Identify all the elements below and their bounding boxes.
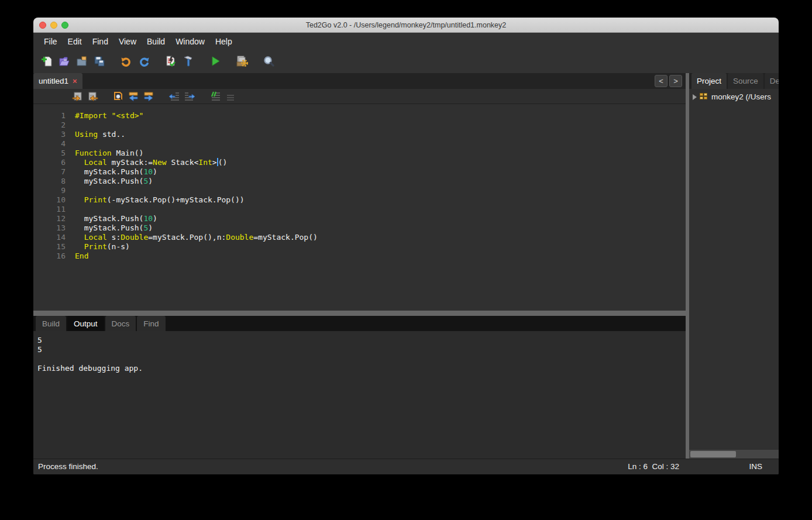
output-line: 5 bbox=[37, 345, 686, 354]
code-line[interactable]: 14 Local s:Double=myStack.Pop(),n:Double… bbox=[33, 233, 686, 242]
tab-nav-forward-button[interactable]: > bbox=[669, 75, 682, 87]
menu-file[interactable]: File bbox=[39, 35, 63, 49]
panel-tab-debug[interactable]: Debug bbox=[765, 73, 779, 89]
status-bar: Process finished. Ln : 6 Col : 32 INS bbox=[33, 459, 779, 474]
comment-icon[interactable] bbox=[208, 90, 223, 103]
line-number: 15 bbox=[33, 242, 66, 252]
expand-caret-icon[interactable] bbox=[693, 94, 697, 100]
run-icon[interactable] bbox=[207, 53, 224, 70]
code-line[interactable]: 16End bbox=[33, 252, 686, 261]
line-number: 10 bbox=[33, 195, 66, 205]
tab-nav-back-button[interactable]: < bbox=[655, 75, 668, 87]
side-panel-tabs: ProjectSourceDebug bbox=[689, 73, 779, 89]
build-settings-icon[interactable] bbox=[233, 53, 251, 70]
line-number: 4 bbox=[33, 139, 66, 149]
project-folder-icon[interactable] bbox=[73, 53, 91, 70]
panel-horizontal-scrollbar[interactable] bbox=[689, 450, 779, 459]
code-text: Print(-myStack.Pop()+myStack.Pop()) bbox=[66, 195, 245, 205]
app-window: Ted2Go v2.0 - /Users/legend/monkey2/tmp/… bbox=[33, 18, 779, 474]
code-text: End bbox=[66, 252, 88, 261]
code-line[interactable]: 2 bbox=[33, 120, 686, 130]
code-text bbox=[66, 120, 75, 130]
output-console[interactable]: 55Finished debugging app. bbox=[33, 331, 686, 459]
code-line[interactable]: 7 myStack.Push(10) bbox=[33, 167, 686, 177]
output-line: 5 bbox=[37, 336, 686, 345]
bottom-tab-find[interactable]: Find bbox=[137, 316, 165, 331]
bottom-tab-build[interactable]: Build bbox=[36, 316, 66, 331]
code-line[interactable]: 11 bbox=[33, 205, 686, 214]
code-text: Local s:Double=myStack.Pop(),n:Double=my… bbox=[66, 233, 318, 242]
nav-forward-code-icon[interactable] bbox=[141, 90, 156, 103]
menu-view[interactable]: View bbox=[113, 35, 142, 49]
code-line[interactable]: 8 myStack.Push(5) bbox=[33, 177, 686, 186]
code-line[interactable]: 1#Import "<std>" bbox=[33, 111, 686, 120]
code-line[interactable]: 6 Local myStack:=New Stack<Int>() bbox=[33, 158, 686, 167]
code-text: Print(n-s) bbox=[66, 242, 130, 252]
insert-mode-indicator: INS bbox=[749, 462, 762, 471]
code-text: #Import "<std>" bbox=[66, 111, 143, 120]
line-number: 14 bbox=[33, 233, 66, 242]
code-line[interactable]: 5Function Main() bbox=[33, 149, 686, 158]
undo-icon[interactable] bbox=[118, 53, 135, 70]
code-line[interactable]: 15 Print(n-s) bbox=[33, 242, 686, 252]
line-number: 1 bbox=[33, 111, 66, 120]
code-text bbox=[66, 186, 75, 195]
check-code-icon[interactable] bbox=[162, 53, 180, 70]
uncomment-icon[interactable] bbox=[223, 90, 238, 103]
panel-tab-source[interactable]: Source bbox=[728, 73, 763, 89]
file-tab-strip: untitled1 × < > bbox=[33, 73, 686, 89]
bottom-tab-strip: BuildOutputDocsFind bbox=[33, 316, 686, 331]
code-line[interactable]: 3Using std.. bbox=[33, 130, 686, 139]
tree-item-monkey2[interactable]: monkey2 (/Users bbox=[689, 89, 779, 101]
title-bar[interactable]: Ted2Go v2.0 - /Users/legend/monkey2/tmp/… bbox=[33, 18, 779, 33]
project-tree: monkey2 (/Users bbox=[689, 89, 779, 450]
line-number: 9 bbox=[33, 186, 66, 195]
shift-right-icon[interactable] bbox=[182, 90, 197, 103]
code-line[interactable]: 9 bbox=[33, 186, 686, 195]
code-line[interactable]: 10 Print(-myStack.Pop()+myStack.Pop()) bbox=[33, 195, 686, 205]
menu-build[interactable]: Build bbox=[142, 35, 170, 49]
line-number: 5 bbox=[33, 149, 66, 158]
line-number: 11 bbox=[33, 205, 66, 214]
code-text: myStack.Push(10) bbox=[66, 167, 157, 177]
bottom-tab-output[interactable]: Output bbox=[67, 316, 104, 331]
line-col-indicator: Ln : 6 Col : 32 bbox=[628, 462, 679, 471]
open-folder-icon[interactable] bbox=[56, 53, 73, 70]
code-text: myStack.Push(5) bbox=[66, 177, 153, 186]
tree-item-label: monkey2 (/Users bbox=[711, 92, 771, 101]
code-text bbox=[66, 139, 75, 149]
shift-left-icon[interactable] bbox=[167, 90, 182, 103]
window-title: Ted2Go v2.0 - /Users/legend/monkey2/tmp/… bbox=[33, 21, 779, 29]
scrollbar-thumb[interactable] bbox=[690, 451, 736, 457]
tab-untitled1[interactable]: untitled1 × bbox=[33, 73, 82, 89]
menu-help[interactable]: Help bbox=[210, 35, 238, 49]
editor-toolbar bbox=[33, 89, 686, 104]
output-line: Finished debugging app. bbox=[37, 364, 686, 373]
horizontal-splitter[interactable] bbox=[33, 311, 686, 316]
panel-tab-project[interactable]: Project bbox=[691, 73, 727, 89]
code-line[interactable]: 4 bbox=[33, 139, 686, 149]
new-file-icon[interactable] bbox=[38, 53, 56, 70]
prev-declaration-icon[interactable] bbox=[70, 90, 85, 103]
find-usages-icon[interactable] bbox=[111, 90, 126, 103]
code-text: Using std.. bbox=[66, 130, 125, 139]
code-editor[interactable]: 1#Import "<std>"23Using std..45Function … bbox=[33, 104, 686, 311]
next-declaration-icon[interactable] bbox=[85, 90, 100, 103]
bottom-tab-docs[interactable]: Docs bbox=[105, 316, 136, 331]
redo-icon[interactable] bbox=[135, 53, 153, 70]
menu-edit[interactable]: Edit bbox=[63, 35, 87, 49]
find-icon[interactable] bbox=[260, 53, 278, 70]
nav-back-code-icon[interactable] bbox=[126, 90, 141, 103]
line-number: 13 bbox=[33, 223, 66, 233]
line-number: 12 bbox=[33, 214, 66, 223]
save-all-icon[interactable] bbox=[91, 53, 108, 70]
code-line[interactable]: 13 myStack.Push(5) bbox=[33, 223, 686, 233]
close-tab-icon[interactable]: × bbox=[73, 77, 77, 85]
status-message: Process finished. bbox=[38, 462, 98, 471]
build-hammer-icon[interactable] bbox=[180, 53, 197, 70]
line-number: 8 bbox=[33, 177, 66, 186]
menu-find[interactable]: Find bbox=[87, 35, 113, 49]
line-number: 6 bbox=[33, 158, 66, 167]
menu-window[interactable]: Window bbox=[170, 35, 210, 49]
code-line[interactable]: 12 myStack.Push(10) bbox=[33, 214, 686, 223]
